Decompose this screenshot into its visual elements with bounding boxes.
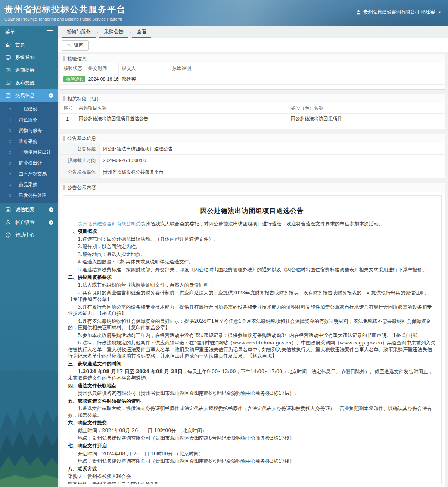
column-header: 原因说明 xyxy=(169,63,445,74)
sidebar-item-help-center[interactable]: 帮助中心 xyxy=(0,229,58,241)
lot-name: 因公赴德法出访团组项目 xyxy=(287,114,445,124)
sidebar-subitem-drug-procurement[interactable]: 药品采购 xyxy=(0,179,58,190)
agency-link[interactable]: 贵州弘典建设咨询有限公司受 xyxy=(78,221,141,227)
chevron-right-circle-icon xyxy=(49,207,54,212)
home-icon xyxy=(5,42,11,48)
sidebar-item-label: 帮助中心 xyxy=(15,232,35,238)
section-marker xyxy=(63,96,65,101)
doc-heading: 八、联系方式 xyxy=(68,466,436,472)
table-row: 核验通过 2024-08-16 16:53 邓廷容 xyxy=(60,74,445,85)
sidebar-item-label: 发布提醒 xyxy=(15,79,35,86)
doc-paragraph: 1.遴选范围：因公赴德法出访活动。（具体内容详见遴选文件）。 xyxy=(68,236,436,243)
publish-media-value: 贵州省招标投标公共服务平台 xyxy=(99,166,445,178)
notice-title-value: 因公赴德法出访团组项目遴选公告 xyxy=(99,143,445,155)
doc-heading: 五、获取遴选文件时须提供的资料 xyxy=(68,398,436,405)
sidebar-item-account-settings[interactable]: 帐户设置 xyxy=(0,216,58,229)
sidebar-subitem-mining-rights[interactable]: 矿业权出让 xyxy=(0,158,58,169)
sidebar-item-label: 逾期提醒 xyxy=(15,67,35,74)
doc-paragraph: 5.参加本次政府采购活动前三年内，在经营活动中没有违法违规记录：提供参加政府采购… xyxy=(68,332,436,339)
doc-paragraph: 联系地址：贵州省贵阳市云岩区山林路2号 xyxy=(68,481,436,484)
table-row: 公告发布媒体 贵州省招标投标公共服务平台 xyxy=(60,166,445,178)
doc-paragraph: 地点：贵州弘典建设咨询有限公司（贵阳市观山湖区金阳南路6号世纪金源购物中心商务楼… xyxy=(68,435,436,441)
sidebar-subitem-state-property-trade[interactable]: 国有产权交易 xyxy=(0,169,58,179)
field-label: 公告发布媒体 xyxy=(60,166,99,178)
table-row: 投标截止时间 2024-08-26 10:00:00 xyxy=(60,155,445,166)
panel-basic-info: 公告基本信息 公告标题 因公赴德法出访团组项目遴选公告 投标截止时间 2024-… xyxy=(60,134,445,178)
sidebar-item-overdue-reminder[interactable]: 逾期提醒 xyxy=(0,64,58,77)
sidebar-subitem-special-services[interactable]: 特色服务 xyxy=(0,115,58,125)
doc-paragraph: 6.法律、行政法规规定的其他条件：供应商须承诺：在“信用中国”网站（www.cr… xyxy=(68,340,436,359)
sidebar-item-integrity-archive[interactable]: 诚信档案 xyxy=(0,203,58,216)
sidebar-item-publish-reminder[interactable]: 发布提醒 xyxy=(0,77,58,89)
row-number: 1 xyxy=(60,114,75,124)
breadcrumb: 货物与服务 › 采购公告 › 查看 xyxy=(58,26,448,38)
chevron-right-circle-icon xyxy=(49,220,54,225)
archive-icon xyxy=(5,207,11,213)
deadline-value: 2024-08-26 10:00:00 xyxy=(99,155,272,166)
doc-heading: 七、响应文件开启 xyxy=(68,443,436,449)
user-menu[interactable]: 贵州弘典建设咨询有限公司-邓廷容 ▼ xyxy=(356,9,441,15)
hamburger-icon[interactable] xyxy=(47,29,53,35)
doc-paragraph: 3.具有履行合同所必需的设备和专业技术能力：提供具有履行合同所必需的设备和专业技… xyxy=(68,304,436,317)
sidebar-item-label: 诚信档案 xyxy=(15,206,35,213)
doc-heading: 二、供应商资格要求 xyxy=(68,274,436,281)
notice-document: 因公赴德法出访团组项目遴选公告 贵州弘典建设咨询有限公司受贵州省残疾人联合会的委… xyxy=(63,195,442,484)
doc-intro: 贵州弘典建设咨询有限公司受贵州省残疾人联合会的委托，对因公赴德法出访团组项目进行… xyxy=(68,221,436,227)
back-label: 返回 xyxy=(74,42,84,49)
doc-heading: 六、响应文件提交 xyxy=(68,419,436,426)
file-icon xyxy=(5,93,11,99)
column-header: 提交人 xyxy=(118,63,169,74)
help-icon xyxy=(5,232,11,238)
table-header-row: 核验状态 提交时间 提交人 原因说明 xyxy=(60,63,445,74)
doc-blocks: 一、项目概况1.遴选范围：因公赴德法出访活动。（具体内容详见遴选文件）。2.服务… xyxy=(68,228,436,484)
breadcrumb-item-view[interactable]: 查看 xyxy=(132,26,151,38)
section-marker xyxy=(63,136,65,141)
sidebar-header: 菜单 xyxy=(0,26,58,38)
section-title: 相关标段（包） xyxy=(67,96,101,102)
doc-paragraph: 1.遴选文件获取方式：提供法人身份证明书原件或法定代表人授权委托书原件（含法定代… xyxy=(68,405,436,418)
table-header-row: 序号 采购项目名称 标段（包）名称 xyxy=(60,103,445,114)
panel-notice-content: 公告公示内容 因公赴德法出访团组项目遴选公告 贵州弘典建设咨询有限公司受贵州省残… xyxy=(60,183,445,487)
breadcrumb-item-procurement-notice[interactable]: 采购公告 xyxy=(99,26,128,38)
toolbar: 返回 xyxy=(58,38,448,52)
empty-cell xyxy=(272,155,445,166)
file-icon xyxy=(5,80,11,86)
sidebar-item-label: 帐户设置 xyxy=(15,219,35,226)
sidebar-item-trade-info[interactable]: 交易信息 xyxy=(0,89,58,102)
reason xyxy=(169,74,445,85)
breadcrumb-separator: › xyxy=(96,26,99,38)
monitor-icon xyxy=(5,54,11,60)
sidebar-subitem-government-procurement[interactable]: 政府采购 xyxy=(0,136,58,147)
panel-lots: 相关标段（包） 序号 采购项目名称 标段（包）名称 1 因公赴德法出访团组项目遴… xyxy=(60,94,445,129)
person-icon xyxy=(5,219,11,225)
back-button[interactable]: 返回 xyxy=(62,40,89,51)
sidebar-item-label: 首页 xyxy=(15,41,25,48)
sidebar-item-system-notice[interactable]: 系统通知 xyxy=(0,51,58,64)
submit-time: 2024-08-16 16:53 xyxy=(85,74,118,85)
doc-paragraph: 1.法人或其他组织的营业执照等证明文件，自然人的身份证明； xyxy=(68,282,436,288)
section-title: 核验信息 xyxy=(67,56,87,62)
sidebar-subitem-land-use-rights[interactable]: 土地使用权出让 xyxy=(0,147,58,158)
sidebar-subitem-project-construction[interactable]: 工程建设 xyxy=(0,104,58,115)
user-icon xyxy=(356,10,361,15)
section-title: 公告公示内容 xyxy=(67,184,96,191)
page: 贵州省招标投标公共服务平台 GuiZhou Province Tendering… xyxy=(0,0,448,487)
doc-heading: 四、遴选文件获取地点 xyxy=(68,383,436,389)
section-title: 公告基本信息 xyxy=(67,135,96,142)
table-row: 公告标题 因公赴德法出访团组项目遴选公告 xyxy=(60,143,445,155)
doc-paragraph: 采购人：贵州省残疾人联合会 xyxy=(68,473,436,480)
doc-paragraph: 5.遴选结算收费标准：按照财政部、外交部关于印发《因公临时出国经费管理办法》的通… xyxy=(68,266,436,273)
breadcrumb-item-goods-services[interactable]: 货物与服务 xyxy=(62,26,96,38)
app-header: 贵州省招标投标公共服务平台 GuiZhou Province Tendering… xyxy=(0,0,448,26)
column-header: 核验状态 xyxy=(60,63,85,74)
doc-paragraph: 贵州弘典建设咨询有限公司（贵州省贵阳市观山湖区金阳南路6号世纪金源购物中心商务楼… xyxy=(68,390,436,397)
doc-paragraph: 4.具有依法缴纳税收和社会保障资金的良好记录：提供2024年1月至今任意1个月依… xyxy=(68,318,436,331)
doc-paragraph: 地点：贵州弘典建设咨询有限公司（贵阳市观山湖区金阳南路6号世纪金源购物中心商务楼… xyxy=(68,458,436,465)
sidebar-subitem-goods-services[interactable]: 货物与服务 xyxy=(0,125,58,136)
sidebar-item-home[interactable]: 首页 xyxy=(0,38,58,51)
doc-intro-text: 贵州省残疾人联合会的委托，对因公赴德法出访团组项目进行遴选，欢迎符合遴选文件要求… xyxy=(141,221,383,227)
doc-paragraph: 3.服务地点：遴选人指定地点。 xyxy=(68,251,436,258)
doc-paragraph: 1.2024 年08 月17 日至 2024 年08 月 21日，每天上午9:0… xyxy=(68,368,436,381)
field-label: 公告标题 xyxy=(60,143,99,155)
sidebar-subitem-published-announcements[interactable]: 已发公告处理 xyxy=(0,190,58,201)
